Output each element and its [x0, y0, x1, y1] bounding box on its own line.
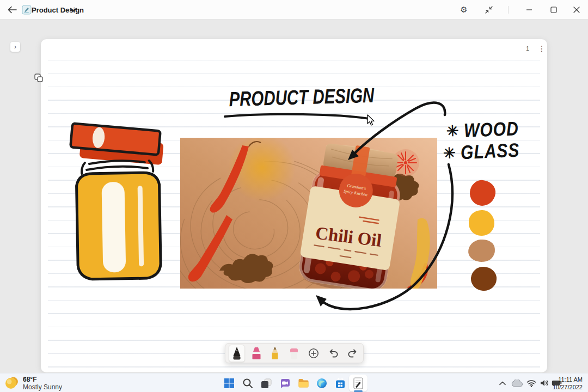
chevron-down-icon [70, 8, 77, 12]
title-dropdown-button[interactable] [66, 0, 81, 20]
tray-clock[interactable]: 11:11 AM 10/27/2022 [553, 376, 583, 391]
page-menu-button[interactable]: ⋮ [538, 44, 546, 53]
taskbar-search-button[interactable] [238, 375, 257, 391]
asterisk-icon: ✳ [443, 144, 456, 162]
tray-show-hidden-button[interactable] [495, 373, 510, 392]
sidebar-expand-button[interactable]: › [10, 42, 20, 52]
ellipsis-icon: ⋮ [538, 44, 546, 53]
collapse-arrows-icon [485, 6, 493, 14]
material-label: WOOD [463, 118, 519, 142]
pencil-icon [270, 346, 280, 361]
taskbar-chat-button[interactable] [275, 375, 294, 391]
weather-temperature: 68°F [23, 376, 62, 383]
weather-condition: Mostly Sunny [23, 383, 62, 391]
close-button[interactable] [565, 0, 588, 20]
material-note-wood: ✳ WOOD [446, 119, 520, 142]
chevron-up-icon [499, 381, 506, 385]
redo-button[interactable] [345, 345, 361, 362]
titlebar-divider [508, 6, 509, 14]
material-label: GLASS [460, 139, 520, 164]
undo-button[interactable] [325, 345, 341, 362]
tool-fountain-pen[interactable] [229, 345, 245, 362]
asterisk-icon: ✳ [446, 122, 459, 140]
maximize-button[interactable] [542, 0, 566, 20]
sun-icon [4, 376, 19, 390]
material-note-glass: ✳ GLASS [443, 140, 522, 163]
copy-page-button[interactable] [34, 73, 44, 85]
chevron-right-icon: › [14, 43, 16, 51]
taskbar-file-explorer-button[interactable] [294, 375, 313, 391]
color-swatch-yellow [469, 210, 494, 236]
back-arrow-icon [8, 6, 17, 14]
tool-pencil[interactable] [267, 345, 283, 362]
gear-icon: ⚙ [460, 5, 467, 15]
microsoft-store-icon [335, 378, 346, 389]
minimize-button[interactable] [517, 0, 541, 20]
plus-circle-icon [308, 348, 319, 359]
folder-icon [298, 378, 309, 388]
red-starburst [395, 152, 416, 174]
tray-wifi-button[interactable] [524, 373, 538, 392]
taskbar-journal-button-active[interactable] [349, 375, 367, 391]
task-view-icon [261, 378, 272, 389]
speaker-icon [540, 379, 549, 387]
handwritten-title: PRODUCT DESIGN [229, 84, 375, 112]
redo-icon [347, 347, 359, 359]
cloud-icon [511, 379, 523, 387]
marker-icon [250, 346, 262, 361]
taskbar: 68°F Mostly Sunny [0, 373, 588, 392]
jar-sketch [64, 121, 170, 287]
tray-onedrive-button[interactable] [510, 373, 525, 392]
taskbar-start-button[interactable] [220, 375, 238, 391]
minimize-icon [526, 7, 532, 13]
jar-body-sketch [76, 160, 161, 279]
add-button[interactable] [305, 345, 322, 362]
page-number: 1 [526, 45, 529, 52]
wifi-icon [526, 379, 536, 387]
chat-icon [279, 378, 291, 389]
windows-start-icon [224, 378, 235, 389]
jar-lid-sketch [70, 123, 165, 165]
eraser-icon [288, 346, 300, 361]
tray-date: 10/27/2022 [553, 383, 583, 391]
close-icon [573, 7, 580, 13]
undo-icon [327, 347, 339, 359]
search-icon [242, 378, 253, 389]
title-bar: Product Design ⚙ [0, 0, 588, 20]
edge-browser-icon [316, 378, 327, 389]
copy-pages-icon [34, 73, 44, 83]
taskbar-edge-button[interactable] [313, 375, 331, 391]
tray-time: 11:11 AM [553, 376, 583, 383]
pen-toolbar [225, 343, 364, 363]
tool-marker[interactable] [248, 345, 265, 362]
back-button[interactable] [3, 0, 21, 20]
fountain-pen-icon [231, 346, 242, 361]
settings-button[interactable]: ⚙ [455, 0, 473, 20]
tool-eraser[interactable] [286, 345, 302, 362]
journal-app-icon [353, 377, 364, 389]
taskbar-store-button[interactable] [331, 375, 350, 391]
collapse-window-button[interactable] [480, 0, 498, 20]
product-photo[interactable]: Grandma's Spicy Kitchen Chili Oil [180, 138, 437, 289]
maximize-icon [550, 7, 557, 13]
weather-widget[interactable]: 68°F Mostly Sunny [4, 373, 62, 392]
taskbar-task-view-button[interactable] [257, 375, 275, 391]
